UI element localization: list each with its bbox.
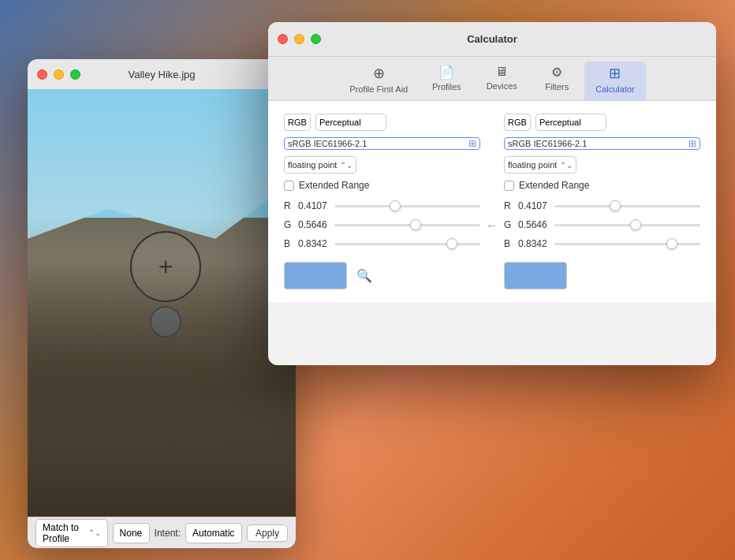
image-window-titlebar: Valley Hike.jpg bbox=[28, 59, 296, 89]
tab-calculator-label: Calculator bbox=[595, 84, 635, 94]
left-profile-arrow-icon: ⊞ bbox=[468, 138, 476, 149]
right-sliders: R 0.4107 G 0.5646 B 0.8342 bbox=[504, 200, 700, 249]
left-rendering-intent-select[interactable]: Perceptual bbox=[315, 114, 386, 131]
image-window: Valley Hike.jpg + Match to Profile ⌃⌄ No… bbox=[28, 59, 296, 548]
left-panel: RGB Perceptual sRGB IEC61966-2.1 ⊞ float… bbox=[284, 114, 480, 289]
tab-devices[interactable]: 🖥 Devices bbox=[474, 62, 529, 100]
right-profile-name: sRGB IEC61966-2.1 bbox=[508, 139, 685, 148]
image-content: + bbox=[28, 89, 296, 517]
right-b-slider[interactable] bbox=[554, 243, 700, 245]
right-bit-depth-label: floating point bbox=[508, 160, 557, 170]
left-profile-selector[interactable]: sRGB IEC61966-2.1 ⊞ bbox=[284, 137, 480, 150]
left-profile-name: sRGB IEC61966-2.1 bbox=[288, 139, 465, 148]
right-rendering-intent-select[interactable]: Perceptual bbox=[535, 114, 606, 131]
profiles-icon: 📄 bbox=[438, 65, 454, 80]
none-select[interactable]: None bbox=[113, 523, 150, 543]
left-swatch-row: 🔍 bbox=[284, 262, 480, 289]
left-color-swatch[interactable] bbox=[284, 262, 347, 289]
right-profile-selector[interactable]: sRGB IEC61966-2.1 ⊞ bbox=[504, 137, 700, 150]
profile-first-aid-icon: ⊕ bbox=[373, 65, 385, 82]
calc-minimize-button[interactable] bbox=[294, 34, 304, 44]
match-profile-arrow: ⌃⌄ bbox=[88, 528, 101, 537]
calc-maximize-button[interactable] bbox=[311, 34, 321, 44]
left-g-value: 0.5646 bbox=[298, 219, 328, 230]
left-sliders: R 0.4107 G 0.5646 B 0.8342 bbox=[284, 200, 480, 249]
devices-icon: 🖥 bbox=[495, 65, 508, 79]
left-b-row: B 0.8342 bbox=[284, 238, 480, 249]
right-g-value: 0.5646 bbox=[518, 219, 548, 230]
divider-arrow-icon: ← bbox=[486, 218, 498, 233]
left-g-slider[interactable] bbox=[334, 224, 480, 226]
right-r-label: R bbox=[504, 200, 512, 211]
right-swatch-row bbox=[504, 262, 700, 289]
right-panel: RGB Perceptual sRGB IEC61966-2.1 ⊞ float… bbox=[504, 114, 700, 289]
panel-divider: ← bbox=[480, 114, 504, 289]
left-b-slider[interactable] bbox=[334, 243, 480, 245]
right-extended-range-checkbox[interactable] bbox=[504, 181, 514, 191]
right-g-label: G bbox=[504, 219, 512, 230]
right-profile-arrow-icon: ⊞ bbox=[688, 138, 696, 149]
tab-devices-label: Devices bbox=[487, 81, 517, 91]
right-b-row: B 0.8342 bbox=[504, 238, 700, 249]
right-r-row: R 0.4107 bbox=[504, 200, 700, 211]
image-window-bottombar: Match to Profile ⌃⌄ None Intent: Automat… bbox=[28, 517, 296, 548]
maximize-button[interactable] bbox=[70, 69, 80, 80]
filters-icon: ⚙ bbox=[551, 65, 562, 80]
left-r-label: R bbox=[284, 200, 292, 211]
right-model-row: RGB Perceptual bbox=[504, 114, 700, 131]
calculator-window: Calculator ⊕ Profile First Aid 📄 Profile… bbox=[268, 22, 716, 365]
right-color-swatch[interactable] bbox=[504, 262, 567, 289]
right-extended-range-label: Extended Range bbox=[519, 180, 589, 191]
crosshair-circle[interactable]: + bbox=[130, 231, 201, 302]
sky-area bbox=[28, 89, 296, 239]
calc-close-button[interactable] bbox=[278, 34, 288, 44]
tab-profiles[interactable]: 📄 Profiles bbox=[419, 62, 474, 100]
search-icon-button[interactable]: 🔍 bbox=[353, 265, 375, 287]
tab-calculator[interactable]: ⊞ Calculator bbox=[584, 62, 646, 100]
minimize-button[interactable] bbox=[54, 69, 64, 80]
calc-titlebar: Calculator bbox=[268, 22, 716, 57]
tab-filters-label: Filters bbox=[545, 82, 569, 91]
left-color-model-select[interactable]: RGB bbox=[284, 114, 311, 131]
left-r-value: 0.4107 bbox=[298, 200, 328, 211]
calculator-icon: ⊞ bbox=[609, 65, 621, 82]
left-g-row: G 0.5646 bbox=[284, 219, 480, 230]
right-g-row: G 0.5646 bbox=[504, 219, 700, 230]
left-g-label: G bbox=[284, 219, 292, 230]
left-extended-range-label: Extended Range bbox=[299, 180, 369, 191]
right-extended-range-row: Extended Range bbox=[504, 180, 700, 191]
left-b-value: 0.8342 bbox=[298, 238, 328, 249]
tab-profiles-label: Profiles bbox=[432, 82, 461, 91]
right-r-slider[interactable] bbox=[554, 205, 700, 207]
calc-main-content: RGB Perceptual sRGB IEC61966-2.1 ⊞ float… bbox=[268, 101, 716, 302]
left-bit-depth-select[interactable]: floating point ⌃⌄ bbox=[284, 156, 356, 174]
left-floating-point-row: floating point ⌃⌄ bbox=[284, 156, 480, 174]
calc-window-title: Calculator bbox=[467, 33, 517, 45]
image-window-title: Valley Hike.jpg bbox=[128, 69, 195, 80]
left-r-slider[interactable] bbox=[334, 205, 480, 207]
right-color-model-select[interactable]: RGB bbox=[504, 114, 531, 131]
intent-select[interactable]: Automatic bbox=[185, 523, 242, 543]
tab-filters[interactable]: ⚙ Filters bbox=[529, 62, 584, 100]
apply-button[interactable]: Apply bbox=[247, 525, 288, 542]
right-b-value: 0.8342 bbox=[518, 238, 548, 249]
right-floating-point-row: floating point ⌃⌄ bbox=[504, 156, 700, 174]
left-model-row: RGB Perceptual bbox=[284, 114, 480, 131]
tab-profile-first-aid[interactable]: ⊕ Profile First Aid bbox=[338, 62, 419, 100]
left-extended-range-checkbox[interactable] bbox=[284, 181, 294, 191]
intent-label: Intent: bbox=[155, 528, 181, 539]
left-extended-range-row: Extended Range bbox=[284, 180, 480, 191]
tab-profile-first-aid-label: Profile First Aid bbox=[349, 84, 408, 94]
close-button[interactable] bbox=[37, 69, 47, 80]
small-circle bbox=[150, 306, 181, 338]
right-g-slider[interactable] bbox=[554, 224, 700, 226]
left-b-label: B bbox=[284, 238, 292, 249]
plus-icon: + bbox=[159, 254, 173, 279]
match-to-profile-label: Match to Profile bbox=[43, 522, 85, 544]
match-to-profile-button[interactable]: Match to Profile ⌃⌄ bbox=[35, 519, 108, 547]
right-r-value: 0.4107 bbox=[518, 200, 548, 211]
right-bit-depth-select[interactable]: floating point ⌃⌄ bbox=[504, 156, 576, 174]
calc-toolbar: ⊕ Profile First Aid 📄 Profiles 🖥 Devices… bbox=[268, 57, 716, 101]
left-fp-arrow-icon: ⌃⌄ bbox=[340, 161, 353, 170]
left-bit-depth-label: floating point bbox=[288, 160, 337, 170]
